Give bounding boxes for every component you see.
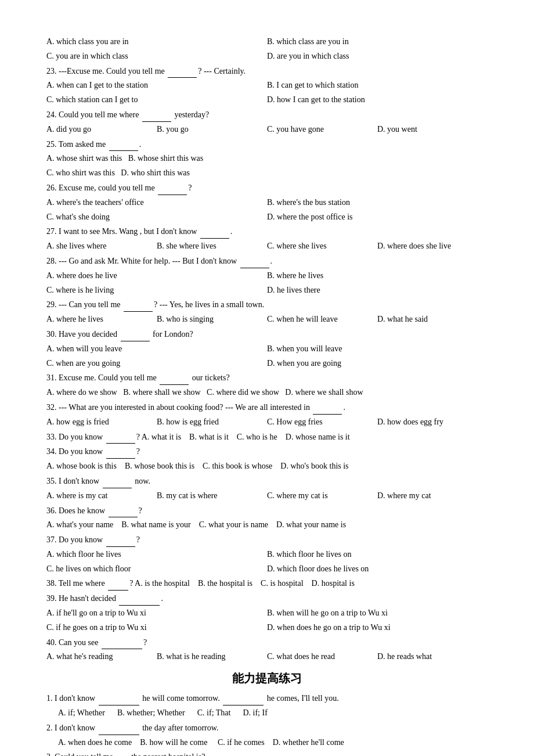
- question-stem: 32. --- What are you interested in about…: [46, 401, 488, 415]
- question-35: 35. I don't know now. A. where is my cat…: [46, 474, 488, 503]
- option-text: B. who is singing: [157, 312, 267, 326]
- option-text: B. where he lives: [267, 269, 488, 283]
- option-text: B. what is he reading: [157, 650, 267, 664]
- option-text: A. she lives where: [46, 239, 157, 253]
- option-text: C. where is he living: [46, 283, 267, 297]
- option-text: D. are you in which class: [267, 49, 488, 63]
- question-stem: 39. He hasn't decided .: [46, 592, 488, 606]
- option-text: A. where's the teachers' office: [46, 196, 267, 210]
- option-text: B. I can get to which station: [267, 78, 488, 92]
- option-text: B. she where lives: [157, 239, 267, 253]
- option-text: D. where my cat: [377, 489, 488, 503]
- option-text: A. when does he come B. how will he come…: [58, 738, 344, 747]
- question-stem: 3. Could you tell me ____the nearest hos…: [46, 750, 488, 756]
- question-stem: 1. I don't know he will come tomorrow. h…: [46, 692, 488, 705]
- question-29: 29. --- Can you tell me ? --- Yes, he li…: [46, 298, 488, 326]
- main-content: A. which class you are in B. which class…: [46, 35, 488, 756]
- question-stem: 28. --- Go and ask Mr. White for help. -…: [46, 254, 488, 268]
- advanced-question-3: 3. Could you tell me ____the nearest hos…: [46, 750, 488, 756]
- option-text: C. where my cat is: [267, 489, 377, 503]
- option-text: D. you went: [377, 123, 488, 136]
- question-36: 36. Does he know ? A. what's your name B…: [46, 504, 488, 532]
- question-24: 24. Could you tell me where yesterday? A…: [46, 108, 488, 136]
- question-stem: 29. --- Can you tell me ? --- Yes, he li…: [46, 298, 488, 312]
- question-30: 30. Have you decided for London? A. when…: [46, 327, 488, 370]
- question-stem: 34. Do you know ?: [46, 445, 488, 459]
- option-text: [267, 152, 488, 165]
- question-34: 34. Do you know ? A. whose book is this …: [46, 445, 488, 473]
- option-text: A. whose book is this B. whose book this…: [46, 459, 488, 473]
- question-37: 37. Do you know ? A. which floor he live…: [46, 533, 488, 575]
- option-text: A. where is my cat: [46, 489, 157, 503]
- option-text: A. when can I get to the station: [46, 78, 267, 92]
- option-text: D. what he said: [377, 312, 488, 326]
- question-stem: 27. I want to see Mrs. Wang , but I don'…: [46, 225, 488, 239]
- option-text: A. which floor he lives: [46, 548, 267, 561]
- advanced-question-1: 1. I don't know he will come tomorrow. h…: [46, 692, 488, 720]
- question-stem: 36. Does he know ?: [46, 504, 488, 518]
- option-text: A. where does he live: [46, 269, 267, 283]
- question-stem: 26. Excuse me, could you tell me ?: [46, 181, 488, 195]
- question-23: 23. ---Excuse me. Could you tell me ? --…: [46, 64, 488, 107]
- option-text: A. where do we show B. where shall we sh…: [46, 386, 488, 399]
- option-text: B. my cat is where: [157, 489, 267, 503]
- question-stem: 24. Could you tell me where yesterday?: [46, 108, 488, 122]
- option-text: C. if he goes on a trip to Wu xi: [46, 621, 267, 635]
- option-text: A. what's your name B. what name is your…: [46, 518, 488, 532]
- option-text: D. where the post office is: [267, 210, 488, 224]
- question-31: 31. Excuse me. Could you tell me our tic…: [46, 371, 488, 399]
- option-text: C. who shirt was this D. who shirt this …: [46, 166, 267, 180]
- question-stem: 25. Tom asked me .: [46, 138, 488, 152]
- option-text: A. if; Whether B. whether; Whether C. if…: [58, 708, 268, 717]
- option-text: D. he reads what: [377, 650, 488, 664]
- option-text: C. you are in which class: [46, 49, 267, 63]
- option-text: D. which floor does he lives on: [267, 562, 488, 576]
- option-text: C. he lives on which floor: [46, 562, 267, 576]
- question-stem: 30. Have you decided for London?: [46, 327, 488, 341]
- option-text: D. how does egg fry: [377, 415, 488, 429]
- option-text: A. how egg is fried: [46, 415, 157, 429]
- option-text: [267, 166, 488, 180]
- option-text: C. when he will leave: [267, 312, 377, 326]
- question-stem: 40. Can you see ?: [46, 636, 488, 650]
- option-text: C. you have gone: [267, 123, 377, 136]
- option-text: A. if he'll go on a trip to Wu xi: [46, 606, 267, 620]
- option-text: D. he lives there: [267, 283, 488, 297]
- option-text: B. when you will leave: [267, 342, 488, 356]
- question-stem: 31. Excuse me. Could you tell me our tic…: [46, 371, 488, 385]
- option-text: A. whose shirt was this B. whose shirt t…: [46, 152, 267, 165]
- question-27: 27. I want to see Mrs. Wang , but I don'…: [46, 225, 488, 253]
- option-text: D. when does he go on a trip to Wu xi: [267, 621, 488, 635]
- option-text: D. where does she live: [377, 239, 488, 253]
- question-28: 28. --- Go and ask Mr. White for help. -…: [46, 254, 488, 297]
- option-text: C. where she lives: [267, 239, 377, 253]
- option-text: C. what's she doing: [46, 210, 267, 224]
- question-26: 26. Excuse me, could you tell me ? A. wh…: [46, 181, 488, 224]
- option-text: B. when will he go on a trip to Wu xi: [267, 606, 488, 620]
- option-text: B. which floor he lives on: [267, 548, 488, 561]
- option-text: C. which station can I get to: [46, 93, 267, 107]
- option-text: B. where's the bus station: [267, 196, 488, 210]
- option-text: B. you go: [157, 123, 267, 136]
- option-text: D. when you are going: [267, 357, 488, 370]
- question-40: 40. Can you see ? A. what he's reading B…: [46, 636, 488, 664]
- section-title: 能力提高练习: [46, 668, 488, 688]
- question-stem: 23. ---Excuse me. Could you tell me ? --…: [46, 64, 488, 78]
- question-39: 39. He hasn't decided . A. if he'll go o…: [46, 592, 488, 634]
- question-stem: 33. Do you know ? A. what it is B. what …: [46, 430, 488, 444]
- option-text: A. what he's reading: [46, 650, 157, 664]
- question-38: 38. Tell me where ? A. is the hospital B…: [46, 577, 488, 591]
- question-33: 33. Do you know ? A. what it is B. what …: [46, 430, 488, 444]
- question-32: 32. --- What are you interested in about…: [46, 401, 488, 429]
- option-text: D. how I can get to the station: [267, 93, 488, 107]
- option-text: A. which class you are in: [46, 35, 267, 49]
- option-text: B. which class are you in: [267, 35, 488, 49]
- option-text: C. what does he read: [267, 650, 377, 664]
- advanced-question-2: 2. I don't know the day after tomorrow. …: [46, 721, 488, 750]
- option-text: A. did you go: [46, 123, 157, 136]
- question-stem: 35. I don't know now.: [46, 474, 488, 488]
- option-text: B. how is egg fried: [157, 415, 267, 429]
- question-25: 25. Tom asked me . A. whose shirt was th…: [46, 138, 488, 180]
- option-text: A. when will you leave: [46, 342, 267, 356]
- option-text: C. when are you going: [46, 357, 267, 370]
